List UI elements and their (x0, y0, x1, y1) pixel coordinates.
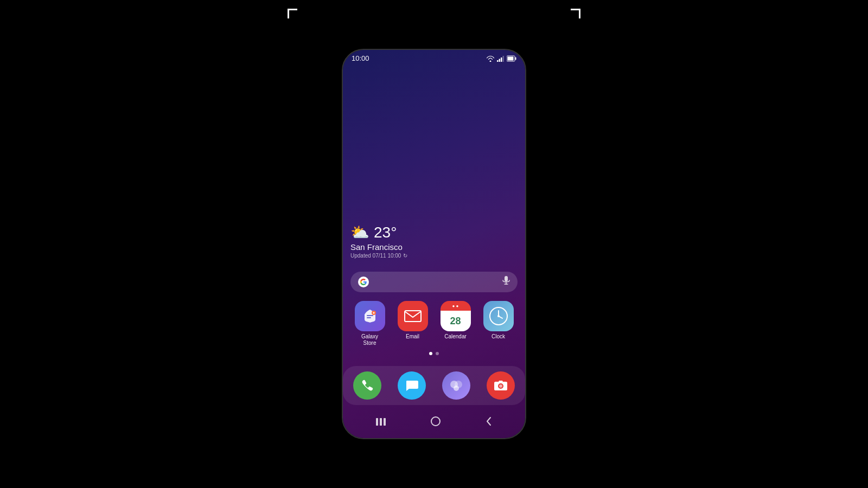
phone-frame: 10:00 (342, 49, 526, 439)
weather-row: ⛅ 23° (350, 223, 518, 241)
svg-point-29 (431, 417, 440, 426)
status-time: 10:00 (352, 54, 369, 62)
page-dots (350, 352, 518, 355)
app-item-galaxy-store[interactable]: GalaxyStore (350, 301, 389, 346)
app-item-calendar[interactable]: ● ● 28 Calendar (436, 301, 475, 346)
weather-condition-icon: ⛅ (350, 223, 369, 241)
calendar-label: Calendar (444, 333, 467, 340)
dock-item-themes[interactable] (436, 371, 476, 400)
google-logo (358, 277, 369, 287)
weather-widget[interactable]: ⛅ 23° San Francisco Updated 07/11 10:00 … (350, 219, 518, 263)
status-icons (486, 55, 516, 62)
dock-phone-icon (353, 371, 381, 400)
clock-label: Clock (492, 333, 505, 340)
svg-point-25 (499, 384, 502, 388)
page-dot-2 (436, 352, 439, 355)
svg-rect-6 (508, 56, 514, 60)
corner-bracket-top-left (288, 9, 297, 18)
svg-rect-2 (501, 57, 502, 62)
dock-item-messages[interactable] (392, 371, 432, 400)
email-icon (398, 301, 428, 331)
nav-recents-button[interactable] (371, 415, 391, 431)
svg-rect-3 (503, 56, 505, 62)
weather-temperature: 23° (374, 224, 397, 241)
svg-rect-10 (367, 315, 373, 316)
corner-bracket-top-right (571, 9, 580, 18)
nav-back-button[interactable] (480, 414, 497, 431)
svg-rect-27 (380, 418, 382, 426)
svg-point-23 (454, 386, 459, 391)
battery-icon (507, 55, 516, 62)
calendar-icon: ● ● 28 (441, 301, 471, 331)
svg-rect-7 (505, 276, 508, 281)
weather-updated: Updated 07/11 10:00 ↻ (350, 253, 518, 259)
dock-themes-icon (442, 371, 470, 400)
app-grid: GalaxyStore Email (350, 301, 518, 346)
app-item-clock[interactable]: Clock (479, 301, 518, 346)
svg-rect-11 (367, 317, 371, 318)
signal-icon (497, 55, 505, 62)
svg-rect-28 (384, 418, 386, 426)
app-item-email[interactable]: Email (393, 301, 432, 346)
svg-rect-26 (376, 418, 378, 426)
email-label: Email (406, 333, 419, 340)
nav-bar (343, 409, 525, 438)
search-input[interactable] (373, 277, 498, 287)
dock-messages-icon (398, 371, 426, 400)
svg-point-20 (497, 315, 500, 317)
svg-rect-5 (515, 57, 516, 60)
phone-screen: 10:00 (343, 50, 525, 438)
bottom-dock (343, 366, 525, 405)
clock-icon (483, 301, 514, 331)
search-bar[interactable] (350, 272, 518, 292)
apps-section: GalaxyStore Email (350, 301, 518, 362)
search-mic-icon[interactable] (502, 276, 510, 288)
main-content: ⛅ 23° San Francisco Updated 07/11 10:00 … (343, 65, 525, 366)
galaxy-store-label: GalaxyStore (361, 333, 378, 346)
dock-item-phone[interactable] (347, 371, 387, 400)
status-bar: 10:00 (343, 50, 525, 65)
svg-rect-0 (497, 60, 499, 62)
dock-item-camera[interactable] (481, 371, 521, 400)
dock-camera-icon (487, 371, 515, 400)
page-dot-1 (429, 352, 432, 355)
svg-rect-1 (499, 59, 501, 62)
nav-home-button[interactable] (425, 414, 446, 432)
wifi-icon (486, 55, 495, 62)
galaxy-store-icon (355, 301, 385, 331)
weather-city: San Francisco (350, 242, 518, 252)
weather-refresh-icon: ↻ (403, 253, 407, 259)
